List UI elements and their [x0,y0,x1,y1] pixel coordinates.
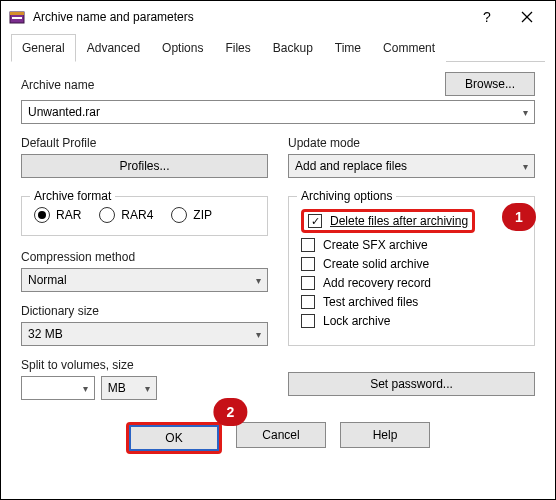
update-mode-value: Add and replace files [295,159,407,173]
svg-rect-1 [10,12,24,15]
app-icon [9,9,25,25]
check-solid[interactable]: Create solid archive [301,257,522,271]
chevron-down-icon: ▾ [523,161,528,172]
update-mode-combo[interactable]: Add and replace files ▾ [288,154,535,178]
help-button-bottom[interactable]: Help [340,422,430,448]
dictionary-combo[interactable]: 32 MB ▾ [21,322,268,346]
split-label: Split to volumes, size [21,358,268,372]
tab-files[interactable]: Files [214,34,261,62]
help-button[interactable]: ? [467,1,507,33]
tab-comment[interactable]: Comment [372,34,446,62]
dictionary-label: Dictionary size [21,304,268,318]
radio-icon [99,207,115,223]
browse-button[interactable]: Browse... [445,72,535,96]
tab-general[interactable]: General [11,34,76,62]
chevron-down-icon: ▾ [523,107,528,118]
archive-name-input[interactable]: Unwanted.rar ▾ [21,100,535,124]
checkbox-icon [301,314,315,328]
radio-rar4[interactable]: RAR4 [99,207,153,223]
check-test[interactable]: Test archived files [301,295,522,309]
split-size-input[interactable]: ▾ [21,376,95,400]
window-title: Archive name and parameters [33,10,467,24]
update-mode-label: Update mode [288,136,535,150]
tabs: General Advanced Options Files Backup Ti… [11,33,545,62]
radio-rar[interactable]: RAR [34,207,81,223]
ok-highlight: OK [126,422,222,454]
archiving-options-group: Archiving options Delete files after arc… [288,196,535,346]
archive-format-label: Archive format [30,189,115,203]
radio-icon [34,207,50,223]
checkbox-icon [308,214,322,228]
compression-value: Normal [28,273,67,287]
archiving-options-label: Archiving options [297,189,396,203]
tab-time[interactable]: Time [324,34,372,62]
check-delete-after-archiving[interactable]: Delete files after archiving [301,209,475,233]
compression-label: Compression method [21,250,268,264]
check-lock[interactable]: Lock archive [301,314,522,328]
split-unit-value: MB [108,381,126,395]
chevron-down-icon: ▾ [83,383,88,394]
radio-icon [171,207,187,223]
dictionary-value: 32 MB [28,327,63,341]
radio-zip[interactable]: ZIP [171,207,212,223]
checkbox-icon [301,257,315,271]
archive-name-label: Archive name [21,78,433,92]
chevron-down-icon: ▾ [145,383,150,394]
set-password-button[interactable]: Set password... [288,372,535,396]
tab-options[interactable]: Options [151,34,214,62]
titlebar: Archive name and parameters ? [1,1,555,33]
close-button[interactable] [507,1,547,33]
archive-format-group: Archive format RAR RAR4 ZIP [21,196,268,236]
archive-name-value: Unwanted.rar [28,105,100,119]
ok-button[interactable]: OK [129,425,219,451]
checkbox-icon [301,238,315,252]
chevron-down-icon: ▾ [256,329,261,340]
check-recovery[interactable]: Add recovery record [301,276,522,290]
tab-advanced[interactable]: Advanced [76,34,151,62]
tab-backup[interactable]: Backup [262,34,324,62]
compression-combo[interactable]: Normal ▾ [21,268,268,292]
split-unit-combo[interactable]: MB ▾ [101,376,157,400]
callout-1: 1 [502,203,536,231]
svg-rect-2 [12,17,22,19]
cancel-button[interactable]: Cancel [236,422,326,448]
check-sfx[interactable]: Create SFX archive [301,238,522,252]
checkbox-icon [301,276,315,290]
callout-2: 2 [213,398,247,426]
profiles-button[interactable]: Profiles... [21,154,268,178]
chevron-down-icon: ▾ [256,275,261,286]
default-profile-label: Default Profile [21,136,268,150]
checkbox-icon [301,295,315,309]
